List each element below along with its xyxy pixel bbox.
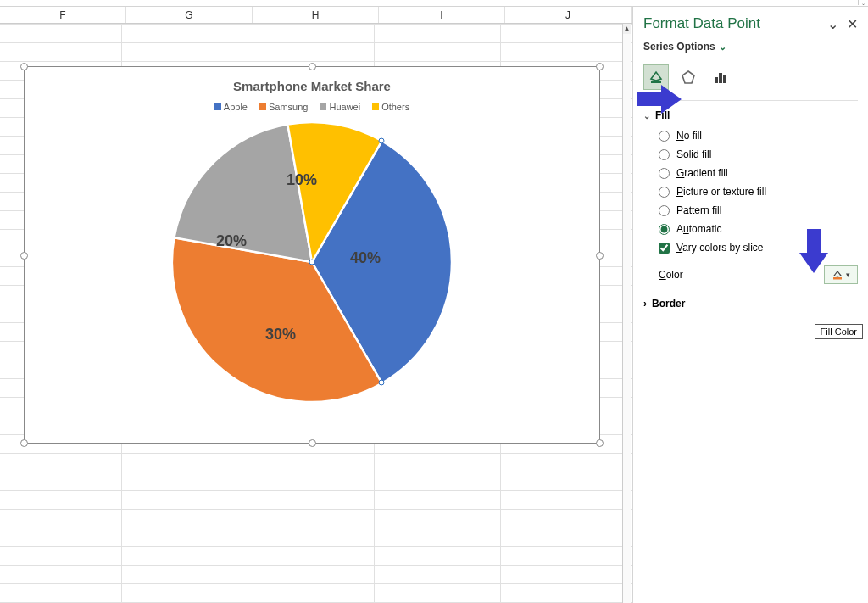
resize-handle[interactable]: [596, 63, 604, 70]
resize-handle[interactable]: [596, 439, 604, 447]
pane-options-icon[interactable]: ⌄: [827, 16, 838, 32]
column-headers: F G H I J: [0, 7, 632, 24]
datapoint-handle[interactable]: [379, 138, 385, 144]
chevron-down-icon: ▾: [846, 271, 850, 279]
svg-marker-1: [682, 71, 694, 83]
close-icon[interactable]: ✕: [847, 16, 858, 32]
formula-bar: ⌄: [0, 0, 868, 7]
svg-rect-4: [723, 75, 726, 83]
legend-swatch: [214, 103, 221, 110]
chart-legend[interactable]: Apple Samsung Huawei Others: [25, 102, 599, 112]
legend-item[interactable]: Samsung: [259, 102, 308, 112]
legend-item[interactable]: Others: [372, 102, 409, 112]
annotation-arrow-icon: [636, 82, 683, 116]
legend-label: Samsung: [269, 102, 308, 112]
fill-color-tooltip: Fill Color: [815, 324, 863, 339]
resize-handle[interactable]: [20, 63, 28, 70]
resize-handle[interactable]: [596, 252, 604, 260]
expand-formula-bar[interactable]: ⌄: [858, 0, 868, 5]
col-header-f[interactable]: F: [0, 7, 126, 23]
scroll-track[interactable]: [623, 34, 631, 603]
legend-label: Huawei: [329, 102, 360, 112]
svg-rect-3: [719, 73, 722, 83]
solid-fill-radio[interactable]: Solid fill: [659, 148, 858, 160]
data-label[interactable]: 10%: [287, 171, 317, 189]
datapoint-handle[interactable]: [379, 380, 385, 386]
border-section-label: Border: [652, 298, 685, 310]
chart-container[interactable]: Smartphone Market Share Apple Samsung Hu…: [24, 66, 600, 444]
border-section-header[interactable]: › Border: [643, 298, 858, 310]
spreadsheet: F G H I J ▲ Smartphone Market Share Appl…: [0, 7, 632, 603]
chevron-right-icon: ›: [643, 298, 647, 310]
series-options-label: Series Options: [643, 41, 715, 53]
col-header-j[interactable]: J: [505, 7, 632, 23]
resize-handle[interactable]: [309, 439, 316, 447]
pane-header: Format Data Point ⌄ ✕: [643, 15, 858, 32]
legend-item[interactable]: Huawei: [320, 102, 360, 112]
datapoint-handle[interactable]: [309, 260, 315, 265]
series-options-dropdown[interactable]: Series Options ⌄: [643, 41, 858, 53]
col-header-i[interactable]: I: [379, 7, 505, 23]
legend-swatch: [320, 103, 326, 110]
series-options-icon[interactable]: [708, 64, 733, 90]
pattern-fill-radio[interactable]: Pattern fill: [659, 204, 858, 216]
resize-handle[interactable]: [20, 439, 28, 447]
annotation-arrow-icon: [797, 227, 831, 275]
col-header-g[interactable]: G: [126, 7, 253, 23]
chart-title[interactable]: Smartphone Market Share: [25, 67, 599, 93]
svg-rect-5: [833, 277, 842, 280]
legend-label: Apple: [224, 102, 248, 112]
gradient-fill-radio[interactable]: Gradient fill: [659, 167, 858, 179]
no-fill-radio[interactable]: NNo fillo fill: [659, 130, 858, 142]
picture-fill-radio[interactable]: Picture or texture fill: [659, 186, 858, 198]
legend-swatch: [259, 103, 266, 110]
resize-handle[interactable]: [309, 63, 316, 70]
data-label[interactable]: 20%: [216, 232, 247, 250]
col-header-h[interactable]: H: [253, 7, 379, 23]
svg-rect-2: [715, 77, 718, 83]
chevron-down-icon: ⌄: [719, 42, 726, 53]
legend-swatch: [372, 103, 379, 110]
data-label[interactable]: 40%: [350, 249, 381, 267]
legend-item[interactable]: Apple: [214, 102, 248, 112]
data-label[interactable]: 30%: [265, 326, 296, 343]
legend-label: Others: [381, 102, 409, 112]
pie-chart[interactable]: 40% 30% 20% 10%: [172, 122, 452, 402]
vertical-scrollbar[interactable]: ▲: [622, 24, 631, 603]
color-label: olor: [666, 269, 683, 281]
resize-handle[interactable]: [20, 252, 28, 260]
main-area: F G H I J ▲ Smartphone Market Share Appl…: [0, 7, 868, 603]
scroll-up-icon[interactable]: ▲: [623, 24, 631, 34]
pane-title: Format Data Point: [643, 15, 760, 32]
